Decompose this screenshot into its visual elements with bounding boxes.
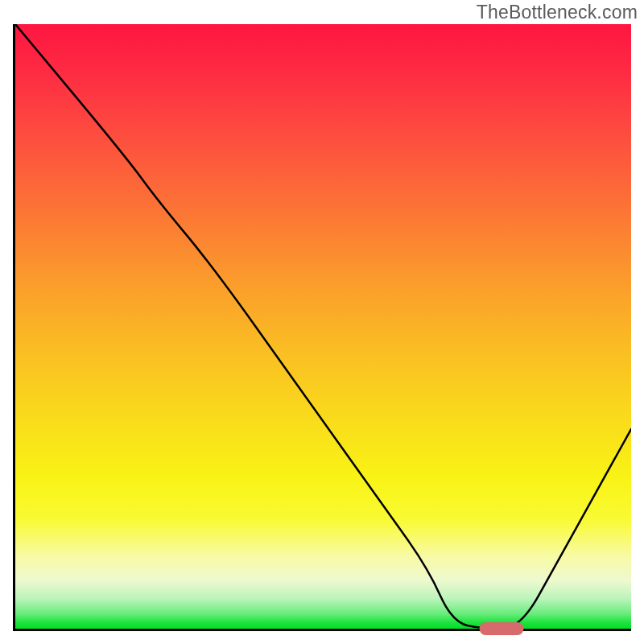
chart-gradient-background <box>15 24 631 629</box>
chart-frame <box>13 24 631 631</box>
optimal-marker <box>480 622 524 635</box>
watermark-text: TheBottleneck.com <box>477 2 638 23</box>
